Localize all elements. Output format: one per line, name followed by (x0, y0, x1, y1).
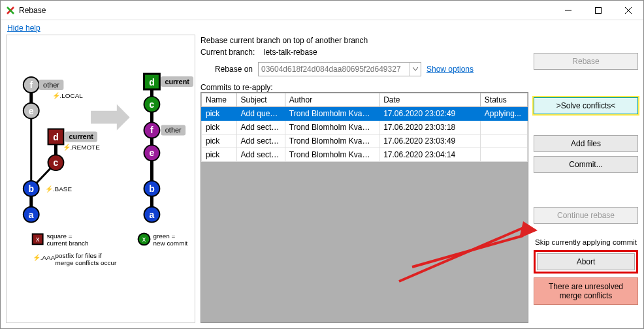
svg-text:⚡.REMOTE: ⚡.REMOTE (63, 143, 101, 151)
svg-text:other: other (165, 126, 182, 134)
cell-status (480, 148, 527, 162)
svg-text:b: b (149, 183, 155, 194)
svg-text:square =: square = (47, 232, 72, 240)
cell-author: Trond Blomholm Kvamme... (285, 148, 379, 162)
svg-text:f: f (150, 125, 153, 135)
svg-text:c: c (150, 99, 155, 110)
svg-text:e: e (29, 106, 34, 116)
app-icon (6, 6, 15, 15)
rebase-window: Rebase Hide help (0, 0, 644, 329)
maximize-button[interactable] (583, 1, 613, 20)
svg-rect-3 (596, 7, 602, 13)
svg-text:b: b (28, 183, 34, 194)
svg-text:⚡.AAA: ⚡.AAA (33, 253, 56, 262)
window-title: Rebase (19, 6, 46, 15)
help-row: Hide help (1, 20, 643, 35)
current-branch-label: Current branch: (201, 48, 255, 57)
col-status[interactable]: Status (480, 93, 527, 107)
cell-name: pick (202, 121, 237, 134)
commit-button[interactable]: Commit... (534, 156, 638, 173)
cell-name: pick (202, 107, 237, 121)
cell-date: 17.06.2020 23:02:49 (379, 107, 481, 121)
cell-author: Trond Blomholm Kvamme... (285, 134, 379, 148)
abort-button[interactable]: Abort (537, 253, 635, 270)
commits-label: Commits to re-apply: (201, 83, 528, 92)
skip-commit-label[interactable]: Skip currently applying commit (534, 238, 638, 246)
table-row[interactable]: pickAdd sectio...Trond Blomholm Kvamme..… (202, 134, 528, 148)
svg-text:new commit: new commit (153, 240, 187, 247)
cell-date: 17.06.2020 23:04:14 (379, 148, 481, 162)
minimize-button[interactable] (553, 1, 583, 20)
svg-marker-30 (91, 104, 130, 131)
svg-text:postfix for files if: postfix for files if (55, 252, 101, 259)
cell-subject: Add sectio... (236, 134, 285, 148)
cell-status (480, 121, 527, 134)
cell-date: 17.06.2020 23:03:49 (379, 134, 481, 148)
rebase-on-input[interactable] (259, 63, 409, 76)
table-row[interactable]: pickAdd sectio...Trond Blomholm Kvamme..… (202, 121, 528, 134)
cell-status: Applying... (480, 107, 527, 121)
commits-table-wrap: Name Subject Author Date Status pickAdd … (201, 92, 528, 323)
current-branch-value: lets-talk-rebase (264, 48, 317, 57)
rebase-on-label: Rebase on (201, 65, 253, 74)
col-subject[interactable]: Subject (236, 93, 285, 107)
rebase-diagram: f other ⚡.LOCAL e d current ⚡.REMOTE c b (7, 35, 195, 322)
svg-text:x: x (36, 235, 40, 243)
col-date[interactable]: Date (379, 93, 481, 107)
chevron-down-icon[interactable] (409, 63, 421, 76)
add-files-button[interactable]: Add files (534, 135, 638, 152)
cell-status (480, 134, 527, 148)
cell-subject: Add sectio... (236, 121, 285, 134)
rebase-on-combo[interactable] (258, 62, 421, 76)
svg-text:d: d (149, 77, 155, 87)
svg-text:other: other (43, 81, 59, 89)
svg-text:green =: green = (153, 232, 175, 240)
svg-text:⚡.LOCAL: ⚡.LOCAL (52, 91, 84, 100)
diagram-panel: f other ⚡.LOCAL e d current ⚡.REMOTE c b (6, 35, 195, 323)
cell-subject: Add sectio... (236, 148, 285, 162)
svg-text:current branch: current branch (47, 240, 89, 247)
right-panel: Rebase >Solve conflicts< Add files Commi… (534, 35, 638, 323)
hide-help-link[interactable]: Hide help (7, 24, 40, 33)
rebase-button: Rebase (534, 53, 638, 70)
cell-date: 17.06.2020 23:03:18 (379, 121, 481, 134)
close-button[interactable] (613, 1, 643, 20)
col-name[interactable]: Name (202, 93, 237, 107)
cell-author: Trond Blomholm Kvamme... (285, 121, 379, 134)
svg-text:x: x (142, 235, 146, 243)
cell-subject: Add quest... (236, 107, 285, 121)
commits-table: Name Subject Author Date Status pickAdd … (201, 93, 528, 162)
svg-text:e: e (150, 148, 155, 158)
cell-name: pick (202, 134, 237, 148)
continue-rebase-button: Continue rebase (534, 207, 638, 224)
svg-text:a: a (150, 210, 155, 220)
svg-text:f: f (29, 80, 33, 90)
table-row[interactable]: pickAdd quest...Trond Blomholm Kvamme...… (202, 107, 528, 121)
svg-text:current: current (69, 133, 93, 140)
svg-text:⚡.BASE: ⚡.BASE (45, 185, 72, 193)
titlebar: Rebase (1, 1, 643, 20)
col-author[interactable]: Author (285, 93, 379, 107)
solve-conflicts-button[interactable]: >Solve conflicts< (534, 97, 638, 114)
svg-text:c: c (54, 157, 59, 168)
error-message: There are unresolved merge conflicts (534, 277, 638, 305)
svg-text:merge conflicts occur: merge conflicts occur (55, 259, 116, 266)
svg-text:a: a (29, 210, 34, 220)
abort-highlight: Abort (534, 250, 638, 274)
cell-name: pick (202, 148, 237, 162)
heading-line: Rebase current branch on top of another … (201, 36, 528, 45)
show-options-link[interactable]: Show options (427, 65, 474, 74)
table-row[interactable]: pickAdd sectio...Trond Blomholm Kvamme..… (202, 148, 528, 162)
cell-author: Trond Blomholm Kvamme... (285, 107, 379, 121)
svg-text:d: d (53, 132, 59, 142)
svg-text:current: current (165, 78, 189, 86)
center-panel: Rebase current branch on top of another … (201, 35, 528, 323)
